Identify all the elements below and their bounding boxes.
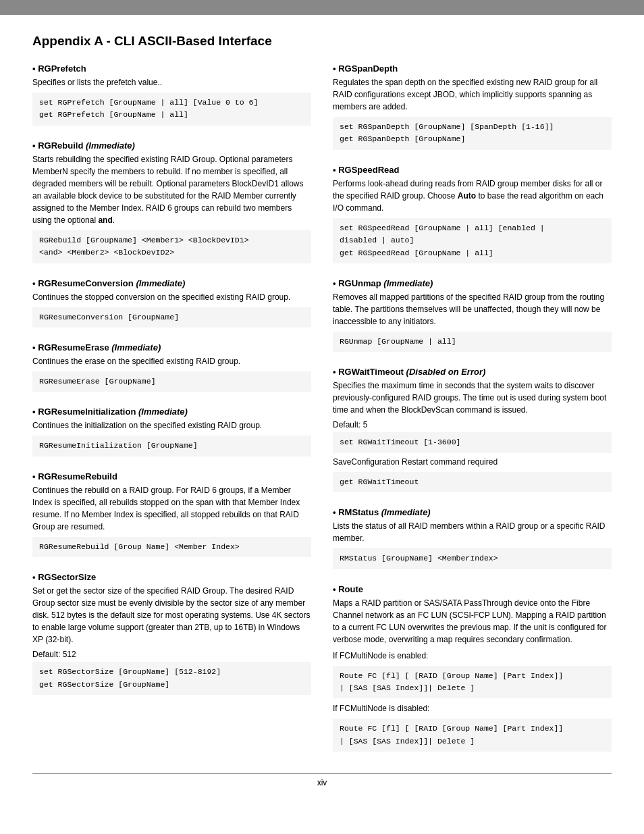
page-footer: xiv: [32, 773, 612, 787]
section-title-rgspeedread: • RGSpeedRead: [333, 165, 612, 175]
section-rgresumeerase: • RGResumeErase (Immediate)Continues the…: [32, 342, 311, 394]
section-rgresumeconversion: • RGResumeConversion (Immediate)Continue…: [32, 278, 311, 330]
section-desc-rmstatus: Lists the status of all RAID members wit…: [333, 520, 612, 544]
section-title-rgrebuild: • RGRebuild (Immediate): [32, 140, 311, 151]
code-block-rgrebuild: RGRebuild [GroupName] <Member1> <BlockDe…: [32, 230, 311, 263]
section-title-rgresumeinitialization: • RGResumeInitialization (Immediate): [32, 407, 311, 417]
section-desc-route: Maps a RAID partition or SAS/SATA PassTh…: [333, 597, 612, 646]
section-desc-rgresumeinitialization: Continues the initialization on the spec…: [32, 419, 311, 432]
section-rgprefetch: • RGPrefetchSpecifies or lists the prefe…: [32, 63, 311, 128]
section-title-rgprefetch: • RGPrefetch: [32, 63, 311, 74]
subsection-label-route-0: If FCMultiNode is enabled:: [333, 650, 612, 662]
section-rgresumerebuild: • RGResumeRebuildContinues the rebuild o…: [32, 471, 311, 560]
section-title-rgresumerebuild: • RGResumeRebuild: [32, 471, 311, 481]
code-block-rgresumeinitialization: RGResumeInitialization [GroupName]: [32, 436, 311, 456]
content-area: Appendix A - CLI ASCII-Based Interface •…: [0, 15, 644, 814]
code-block-rgunmap: RGUnmap [GroupName | all]: [333, 332, 612, 352]
section-title-route: • Route: [333, 584, 612, 594]
section-title-rgspandepth: • RGSpanDepth: [333, 63, 612, 74]
section-rgspandepth: • RGSpanDepthRegulates the span depth on…: [333, 63, 612, 153]
section-title-rgresumeconversion: • RGResumeConversion (Immediate): [32, 278, 311, 288]
section-rgrebuild: • RGRebuild (Immediate)Starts rebuilding…: [32, 140, 311, 266]
code-block2-rgwaittimeout: get RGWaitTimeout: [333, 472, 612, 492]
subsection-code-route-1: Route FC [fl] [ [RAID [Group Name] [Part…: [333, 719, 612, 752]
default-line-rgwaittimeout: Default: 5: [333, 420, 612, 429]
page-title: Appendix A - CLI ASCII-Based Interface: [32, 34, 612, 49]
section-title-rgwaittimeout: • RGWaitTimeout (Disabled on Error): [333, 367, 612, 377]
code-block-rgresumeerase: RGResumeErase [GroupName]: [32, 371, 311, 392]
note-rgwaittimeout: SaveConfiguration Restart command requir…: [333, 456, 612, 468]
default-line-rgsectorsize: Default: 512: [32, 650, 311, 659]
section-desc-rgwaittimeout: Specifies the maximum time in seconds th…: [333, 380, 612, 416]
right-column: • RGSpanDepthRegulates the span depth on…: [333, 63, 612, 766]
section-desc-rgprefetch: Specifies or lists the prefetch value..: [32, 76, 311, 88]
section-title-rmstatus: • RMStatus (Immediate): [333, 507, 612, 517]
section-rmstatus: • RMStatus (Immediate)Lists the status o…: [333, 507, 612, 571]
section-rgsectorsize: • RGSectorSizeSet or get the sector size…: [32, 572, 311, 698]
top-bar: [0, 0, 644, 15]
section-route: • RouteMaps a RAID partition or SAS/SATA…: [333, 584, 612, 755]
two-column-layout: • RGPrefetchSpecifies or lists the prefe…: [32, 63, 612, 766]
code-block1-rgwaittimeout: set RGWaitTimeout [1-3600]: [333, 432, 612, 452]
code-block-rgsectorsize: set RGSectorSize [GroupName] [512-8192] …: [32, 662, 311, 695]
section-desc-rgsectorsize: Set or get the sector size of the specif…: [32, 585, 311, 646]
page-number: xiv: [317, 778, 327, 787]
section-title-rgresumeerase: • RGResumeErase (Immediate): [32, 342, 311, 353]
code-block-rgresumeconversion: RGResumeConversion [GroupName]: [32, 307, 311, 328]
section-title-rgunmap: • RGUnmap (Immediate): [333, 278, 612, 288]
code-block-rmstatus: RMStatus [GroupName] <MemberIndex>: [333, 548, 612, 569]
code-block-rgprefetch: set RGPrefetch [GroupName | all] [Value …: [32, 93, 311, 126]
section-desc-rgrebuild: Starts rebuilding the specified existing…: [32, 153, 311, 226]
subsection-code-route-0: Route FC [fl] [ [RAID [Group Name] [Part…: [333, 666, 612, 699]
section-desc-rgresumeerase: Continues the erase on the specified exi…: [32, 355, 311, 367]
section-desc-rgspeedread: Performs look-ahead during reads from RA…: [333, 178, 612, 214]
section-rgunmap: • RGUnmap (Immediate)Removes all mapped …: [333, 278, 612, 355]
section-desc-rgunmap: Removes all mapped partitions of the spe…: [333, 291, 612, 328]
code-block-rgspeedread: set RGSpeedRead [GroupName | all] [enabl…: [333, 218, 612, 263]
section-title-rgsectorsize: • RGSectorSize: [32, 572, 311, 582]
section-rgresumeinitialization: • RGResumeInitialization (Immediate)Cont…: [32, 407, 311, 459]
section-rgspeedread: • RGSpeedReadPerforms look-ahead during …: [333, 165, 612, 266]
code-block-rgresumerebuild: RGResumeRebuild [Group Name] <Member Ind…: [32, 537, 311, 557]
left-column: • RGPrefetchSpecifies or lists the prefe…: [32, 63, 311, 766]
section-desc-rgresumeconversion: Continues the stopped conversion on the …: [32, 291, 311, 303]
subsection-label-route-1: If FCMultiNode is disabled:: [333, 702, 612, 714]
section-desc-rgspandepth: Regulates the span depth on the specifie…: [333, 76, 612, 113]
code-block-rgspandepth: set RGSpanDepth [GroupName] [SpanDepth […: [333, 117, 612, 150]
section-desc-rgresumerebuild: Continues the rebuild on a RAID group. F…: [32, 484, 311, 533]
page-container: Appendix A - CLI ASCII-Based Interface •…: [0, 0, 644, 834]
section-rgwaittimeout: • RGWaitTimeout (Disabled on Error)Speci…: [333, 367, 612, 495]
